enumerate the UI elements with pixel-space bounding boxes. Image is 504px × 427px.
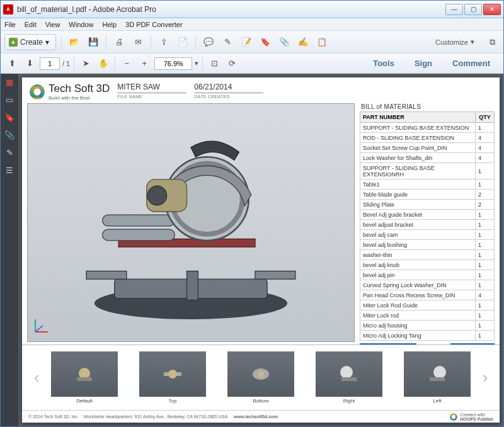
page-footer: © 2014 Tech Soft 3D, Inc. Worldwide Head… [22, 410, 500, 423]
highlight-icon[interactable]: ✎ [220, 35, 235, 50]
qty-cell: 4 [476, 133, 495, 143]
menu-help[interactable]: Help [102, 21, 117, 28]
part-cell: Pan Head Cross Recess Screw_DIN [360, 290, 476, 300]
create-label: Create [20, 38, 43, 47]
page-down-icon[interactable]: ⬇ [22, 56, 37, 71]
thumb-label: Bottom [253, 398, 268, 404]
table-row[interactable]: Socket Set Screw Cup Point_DIN4 [360, 143, 495, 153]
svg-rect-5 [103, 215, 175, 226]
mail-icon[interactable]: ✉ [130, 35, 146, 50]
table-row[interactable]: Table-blade guide2 [360, 190, 495, 200]
page-icon[interactable]: 📄 [175, 35, 190, 50]
qty-cell: 2 [476, 200, 495, 210]
svg-line-14 [35, 326, 43, 332]
comment-icon[interactable]: 💬 [201, 35, 216, 50]
qty-cell: 1 [476, 210, 495, 220]
table-row[interactable]: bevel adj cam1 [360, 230, 495, 240]
table-row[interactable]: SUPPORT - SLIDING BASE EXTENSIONRH1 [360, 163, 495, 179]
table-row[interactable]: Pan Head Cross Recess Screw_DIN4 [360, 290, 495, 300]
part-cell: bevel adj bushing [360, 240, 476, 250]
col-part: PART NUMBER [360, 112, 476, 123]
pages-icon[interactable]: ▭ [4, 94, 15, 105]
table-row[interactable]: Miter Lock rod1 [360, 310, 495, 321]
signature-icon[interactable]: ✍ [295, 35, 311, 50]
dropdown-icon: ▾ [45, 38, 49, 47]
close-button[interactable]: ✕ [483, 4, 501, 15]
clipboard-icon[interactable]: 📋 [314, 35, 329, 50]
thumbnail[interactable]: Right [316, 351, 382, 404]
signatures-icon[interactable]: ✎ [4, 147, 15, 158]
table-row[interactable]: Lock Washer for Shafts_din4 [360, 153, 495, 163]
menu-file[interactable]: File [4, 21, 16, 28]
attachments-icon[interactable]: 📎 [4, 129, 15, 140]
sign-tab[interactable]: Sign [405, 55, 442, 71]
nav-panel: ▦ ▭ 🔖 📎 ✎ ☰ [1, 74, 18, 426]
minimize-button[interactable]: — [445, 4, 463, 15]
part-cell: bevel adjust bracket [360, 220, 476, 230]
save-icon[interactable]: 💾 [86, 35, 101, 50]
part-cell: SUPPORT - SLIDING BASE EXTENSION [360, 123, 476, 133]
hand-icon[interactable]: ✋ [96, 56, 111, 71]
thumbnail[interactable]: Top [139, 351, 206, 404]
create-button[interactable]: + Create ▾ [4, 34, 56, 50]
thumb-prev-button[interactable]: ‹ [31, 368, 42, 387]
menu-edit[interactable]: Edit [25, 21, 37, 28]
thumbnail[interactable]: Bottom [227, 351, 294, 404]
fit-icon[interactable]: ⊡ [207, 56, 222, 71]
table-row[interactable]: Micro Adj Locking Tang1 [360, 331, 495, 341]
table-row[interactable]: ROD - SLIDING BASE EXTENSION4 [360, 133, 495, 143]
part-cell: Miter Lock Rod Guide [360, 300, 476, 310]
table-row[interactable]: bevel adj pin1 [360, 270, 495, 280]
rotate-icon[interactable]: ⟳ [224, 56, 239, 71]
table-row[interactable]: Bevel Adj guide bracket1 [360, 210, 495, 220]
pointer-icon[interactable]: ➤ [78, 56, 93, 71]
thumbnails-icon[interactable]: ▦ [4, 76, 15, 88]
table-row[interactable]: Sliding Plate2 [360, 200, 495, 210]
tools-tab[interactable]: Tools [364, 55, 404, 71]
thumbnail[interactable]: Left [404, 351, 471, 404]
zoom-dropdown-icon[interactable]: ▾ [195, 59, 198, 67]
logo-icon [30, 84, 45, 100]
export-icon[interactable]: ⇪ [156, 35, 171, 50]
svg-rect-6 [103, 229, 175, 241]
stamp-icon[interactable]: 🔖 [258, 35, 273, 50]
document-area[interactable]: Tech Soft 3D Build with the Best MITER S… [18, 74, 503, 426]
3d-viewport[interactable] [27, 103, 355, 342]
svg-point-20 [258, 371, 264, 377]
thumbnail-strip: ‹ DefaultTopBottomRightLeft › [22, 344, 500, 410]
customize-button[interactable]: Customize▾ [429, 34, 481, 50]
table-row[interactable]: bevel adj bushing1 [360, 240, 495, 250]
table-row[interactable]: Table11 [360, 179, 495, 190]
bookmark-icon[interactable]: 🔖 [4, 111, 15, 123]
table-row[interactable]: Curved Spring Lock Washer_DIN1 [360, 280, 495, 290]
table-row[interactable]: SUPPORT - SLIDING BASE EXTENSION1 [360, 123, 495, 133]
page-input[interactable] [40, 57, 60, 70]
svg-rect-3 [255, 271, 295, 279]
note-icon[interactable]: 📝 [239, 35, 254, 50]
menu-window[interactable]: Window [69, 21, 93, 28]
menu-view[interactable]: View [45, 21, 60, 28]
thumb-next-button[interactable]: › [479, 368, 491, 387]
menu-3dpdf[interactable]: 3D PDF Converter [125, 21, 182, 28]
layers-icon[interactable]: ☰ [4, 164, 15, 176]
titlebar[interactable]: A bill_of_material_l.pdf - Adobe Acrobat… [1, 1, 503, 18]
zoom-in-icon[interactable]: + [137, 56, 152, 71]
open-icon[interactable]: 📂 [67, 35, 82, 50]
zoom-input[interactable] [154, 57, 192, 70]
attach-icon[interactable]: 📎 [277, 35, 292, 50]
print-icon[interactable]: 🖨 [112, 35, 127, 50]
pin-icon[interactable]: ⧉ [484, 35, 500, 50]
page-up-icon[interactable]: ⬆ [4, 56, 20, 71]
zoom-out-icon[interactable]: − [119, 56, 134, 71]
svg-rect-22 [341, 377, 357, 381]
table-row[interactable]: Micro adj housing1 [360, 321, 495, 331]
table-row[interactable]: washer-thin1 [360, 250, 495, 260]
thumbnail[interactable]: Default [51, 351, 118, 404]
svg-point-18 [168, 370, 177, 379]
maximize-button[interactable]: ▢ [464, 4, 482, 15]
table-row[interactable]: bevel adj knob1 [360, 260, 495, 270]
bom-title: BILL of MATERIALS [360, 103, 495, 111]
comment-tab[interactable]: Comment [443, 55, 500, 71]
table-row[interactable]: bevel adjust bracket1 [360, 220, 495, 230]
table-row[interactable]: Miter Lock Rod Guide1 [360, 300, 495, 310]
